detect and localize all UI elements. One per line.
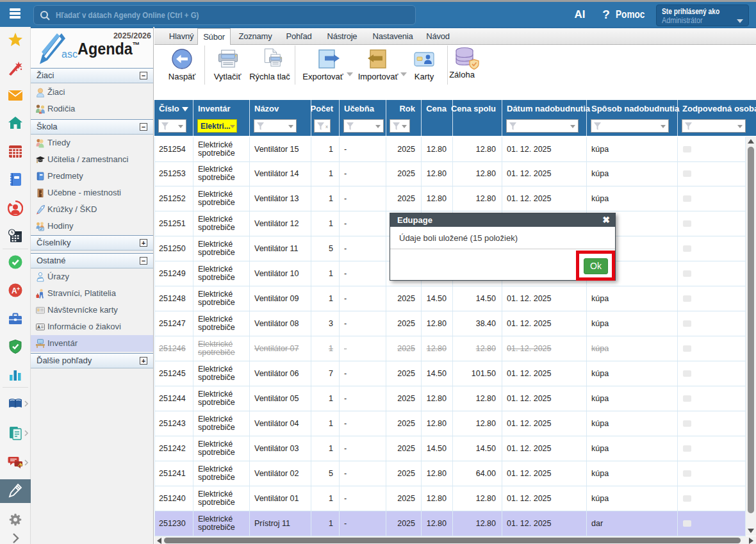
- svg-text:+: +: [17, 286, 20, 292]
- svg-text:A: A: [37, 325, 40, 329]
